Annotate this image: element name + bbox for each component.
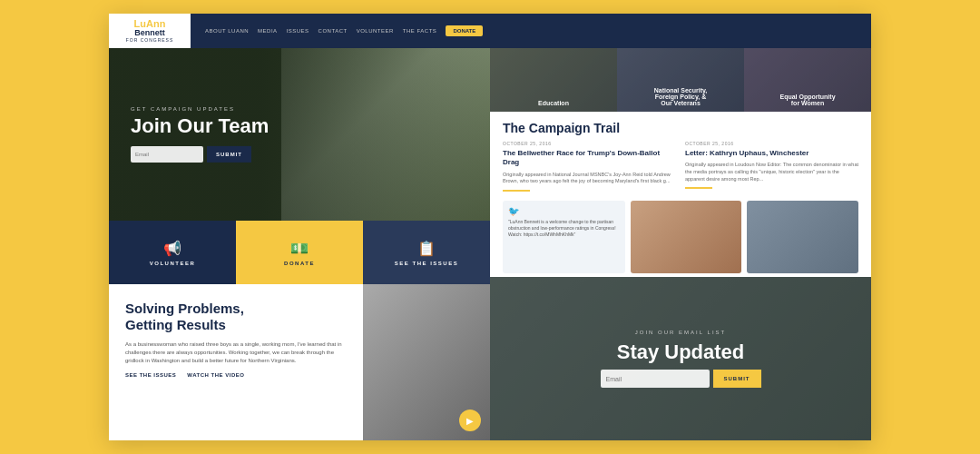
- top-image-education: Education: [490, 48, 617, 112]
- stay-submit-button[interactable]: SUBMIT: [713, 370, 761, 388]
- hero-email-input[interactable]: [131, 146, 203, 163]
- article-2: OCTOBER 25, 2016 Letter: Kathryn Uphaus,…: [685, 141, 858, 192]
- watch-video-link[interactable]: WATCH THE VIDEO: [187, 372, 244, 378]
- social-tweet-text: "LuAnn Bennett is a welcome change to th…: [508, 219, 620, 238]
- site-logo[interactable]: LuAnn Bennett FOR CONGRESS: [109, 14, 191, 48]
- cta-buttons: 📢 VOLUNTEER 💵 DONATE 📋 SEE THE ISSUES: [109, 221, 490, 284]
- article-1-body: Originally appeared in National Journal …: [503, 172, 676, 185]
- content-area: GET CAMPAIGN UPDATES Join Our Team SUBMI…: [109, 48, 871, 440]
- hero-content: GET CAMPAIGN UPDATES Join Our Team SUBMI…: [131, 106, 269, 163]
- photo-card-1: [631, 201, 742, 273]
- logo-subtitle: FOR CONGRESS: [126, 37, 174, 43]
- issues-button[interactable]: 📋 SEE THE ISSUES: [363, 221, 490, 284]
- issues-icon: 📋: [417, 240, 436, 257]
- donate-label: DONATE: [284, 261, 315, 266]
- play-button[interactable]: ▶: [459, 410, 481, 431]
- nav-contact[interactable]: CONTACT: [318, 28, 348, 34]
- stay-email-input[interactable]: [601, 370, 710, 388]
- top-image-equality: Equal Opportunity for Women: [744, 48, 871, 112]
- nav-media[interactable]: MEDIA: [258, 28, 278, 34]
- campaign-articles: OCTOBER 25, 2016 The Bellwether Race for…: [503, 141, 858, 192]
- stay-form: SUBMIT: [601, 370, 761, 388]
- page-background: LuAnn Bennett FOR CONGRESS ABOUT LUANN M…: [0, 0, 980, 454]
- top-img-label-equality: Equal Opportunity for Women: [776, 94, 838, 106]
- see-issues-link[interactable]: SEE THE ISSUES: [125, 372, 176, 378]
- volunteer-icon: 📢: [163, 240, 181, 257]
- top-images-strip: Education National Security, Foreign Pol…: [490, 48, 871, 112]
- stay-title: Stay Updated: [617, 340, 745, 364]
- social-photos-strip: 🐦 "LuAnn Bennett is a welcome change to …: [503, 201, 858, 273]
- photo-card-2: [747, 201, 858, 273]
- top-img-label-education: Education: [534, 100, 573, 106]
- article-1: OCTOBER 25, 2016 The Bellwether Race for…: [503, 141, 676, 192]
- donate-button[interactable]: DONATE: [446, 25, 483, 36]
- website-screenshot: LuAnn Bennett FOR CONGRESS ABOUT LUANN M…: [109, 14, 871, 440]
- stay-label: JOIN OUR EMAIL LIST: [635, 330, 726, 335]
- solving-title: Solving Problems, Getting Results: [125, 301, 347, 333]
- article-2-date: OCTOBER 25, 2016: [685, 141, 858, 146]
- issues-label: SEE THE ISSUES: [395, 261, 458, 266]
- article-2-body: Originally appeared in Loudoun Now Edito…: [685, 162, 858, 183]
- right-column: Education National Security, Foreign Pol…: [490, 48, 871, 440]
- article-1-title[interactable]: The Bellwether Race for Trump's Down-Bal…: [503, 149, 676, 168]
- donate-icon: 💵: [290, 240, 309, 257]
- article-1-date: OCTOBER 25, 2016: [503, 141, 676, 146]
- nav-issues[interactable]: ISSUES: [287, 28, 309, 34]
- donate-cta-button[interactable]: 💵 DONATE: [236, 221, 363, 284]
- hero-title: Join Our Team: [131, 115, 269, 137]
- stay-content: JOIN OUR EMAIL LIST Stay Updated SUBMIT: [490, 277, 871, 440]
- nav-facts[interactable]: THE FACTS: [403, 28, 437, 34]
- navbar: LuAnn Bennett FOR CONGRESS ABOUT LUANN M…: [109, 14, 871, 48]
- twitter-icon: 🐦: [508, 206, 620, 216]
- hero-form: SUBMIT: [131, 146, 269, 163]
- navbar-links: ABOUT LUANN MEDIA ISSUES CONTACT VOLUNTE…: [205, 25, 871, 36]
- top-image-security: National Security, Foreign Policy, & Our…: [617, 48, 744, 112]
- solving-image: ▶: [363, 284, 490, 440]
- left-column: GET CAMPAIGN UPDATES Join Our Team SUBMI…: [109, 48, 490, 440]
- solving-text: Solving Problems, Getting Results As a b…: [109, 284, 363, 440]
- article-2-title[interactable]: Letter: Kathryn Uphaus, Winchester: [685, 149, 858, 158]
- campaign-trail-section: The Campaign Trail OCTOBER 25, 2016 The …: [490, 112, 871, 197]
- article-1-divider: [503, 190, 530, 192]
- twitter-card: 🐦 "LuAnn Bennett is a welcome change to …: [503, 201, 625, 273]
- hero-label: GET CAMPAIGN UPDATES: [131, 106, 269, 112]
- article-2-divider: [685, 187, 712, 189]
- nav-volunteer[interactable]: VOLUNTEER: [357, 28, 394, 34]
- volunteer-button[interactable]: 📢 VOLUNTEER: [109, 221, 236, 284]
- solving-links: SEE THE ISSUES WATCH THE VIDEO: [125, 372, 347, 378]
- nav-about[interactable]: ABOUT LUANN: [205, 28, 249, 34]
- hero-section: GET CAMPAIGN UPDATES Join Our Team SUBMI…: [109, 48, 490, 221]
- campaign-trail-title: The Campaign Trail: [503, 121, 858, 135]
- hero-submit-button[interactable]: SUBMIT: [207, 146, 251, 163]
- volunteer-label: VOLUNTEER: [150, 261, 196, 266]
- logo-last-name: Bennett: [134, 28, 165, 37]
- stay-updated-section: JOIN OUR EMAIL LIST Stay Updated SUBMIT: [490, 277, 871, 440]
- solving-body: As a businesswoman who raised three boys…: [125, 340, 347, 365]
- top-img-label-security: National Security, Foreign Policy, & Our…: [651, 87, 711, 106]
- solving-section: Solving Problems, Getting Results As a b…: [109, 284, 490, 440]
